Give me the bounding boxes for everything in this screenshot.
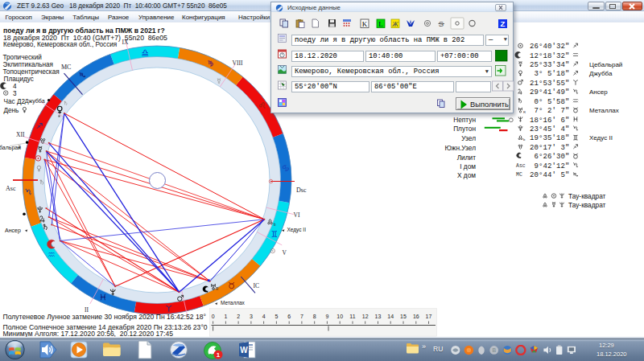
svg-text:20°17' 3": 20°17' 3" [530,144,570,152]
svg-text:Плутон: Плутон [453,125,476,133]
svg-text:21°53'55": 21°53'55" [530,80,570,88]
svg-text:Ансер: Ансер [589,88,608,96]
svg-text:Z: Z [501,19,506,28]
svg-text:Джубба: Джубба [589,70,613,77]
svg-text:5: 5 [275,314,278,319]
svg-text:B: B [492,347,496,353]
svg-text:8: 8 [313,314,316,319]
svg-text:4: 4 [262,314,266,319]
svg-text:1: 1 [224,314,227,319]
svg-text:бальрай: бальрай [0,145,21,151]
svg-text:Металлах: Металлах [589,107,619,114]
svg-text:Цебальрай: Цебальрай [589,61,622,68]
svg-text:10: 10 [336,314,343,319]
svg-text:Asc: Asc [516,163,526,169]
svg-text:II: II [85,306,89,314]
svg-text:6°26'30": 6°26'30" [530,153,570,161]
svg-text:IC: IC [254,282,260,289]
svg-text:15: 15 [400,314,407,319]
svg-text:MC: MC [516,172,522,178]
svg-text:12°18'32": 12°18'32" [530,52,570,60]
svg-text:Нептун: Нептун [453,116,476,124]
svg-text:26°40'32": 26°40'32" [530,43,570,51]
svg-text:Джубба: Джубба [25,98,45,105]
svg-text:Металлах: Металлах [221,300,246,306]
svg-text:1: 1 [217,351,221,359]
svg-text:VI: VI [294,211,300,219]
svg-text:9: 9 [325,314,328,319]
svg-text:Лилит: Лилит [457,154,477,162]
svg-text:18°16' 6": 18°16' 6" [530,117,570,125]
svg-text:X дом: X дом [457,171,476,179]
svg-text:13: 13 [375,314,382,319]
svg-text:Узел: Узел [461,134,476,142]
svg-text:14: 14 [387,314,394,319]
svg-text:17: 17 [426,314,432,319]
svg-text:IX: IX [122,39,129,46]
svg-text:VIII: VIII [233,59,243,67]
svg-text:3: 3 [250,314,253,319]
svg-text:Хедус II: Хедус II [287,227,307,233]
svg-text:МС: МС [61,64,71,71]
svg-text:Тау-квадрат: Тау-квадрат [568,201,606,209]
svg-text:3° 5'18": 3° 5'18" [530,70,570,78]
svg-text:Ж: Ж [391,20,399,28]
svg-text:L: L [378,20,383,28]
svg-text:16: 16 [413,314,419,319]
svg-text:Южн.Узел: Южн.Узел [444,144,476,152]
svg-text:6: 6 [287,314,291,319]
svg-text:23°45' 4": 23°45' 4" [530,125,570,133]
svg-text:R: R [523,110,526,114]
svg-text:7: 7 [300,314,303,319]
svg-text:b: b [523,137,526,142]
svg-text:V: V [283,249,287,256]
svg-text:I дом: I дом [460,162,476,170]
svg-text:7° 2' 7": 7° 2' 7" [530,107,570,115]
svg-text:W: W [240,346,248,355]
svg-text:29°41'49": 29°41'49" [530,88,570,96]
svg-text:0: 0 [212,314,215,319]
svg-text:Asc: Asc [6,185,16,192]
svg-text:0° 5'58": 0° 5'58" [530,98,570,106]
svg-text:Хедус II: Хедус II [589,134,613,142]
svg-text:11: 11 [349,314,355,319]
svg-text:12: 12 [362,314,369,319]
svg-text:20°44' 5": 20°44' 5" [530,171,570,179]
svg-text:K: K [362,20,368,28]
svg-text:Тау-квадрат: Тау-квадрат [568,192,606,200]
svg-text:9°42'12": 9°42'12" [530,162,570,170]
svg-text:2: 2 [237,314,240,319]
svg-text:Dsc: Dsc [296,187,307,194]
svg-text:Полутеневое Лунное затмение 30: Полутеневое Лунное затмение 30 ноября 20… [3,313,206,321]
svg-text:19°35'18": 19°35'18" [530,134,570,142]
svg-text:XII: XII [16,131,25,138]
svg-text:25°33'34": 25°33'34" [530,61,570,69]
svg-text:Ансер: Ансер [5,228,21,234]
